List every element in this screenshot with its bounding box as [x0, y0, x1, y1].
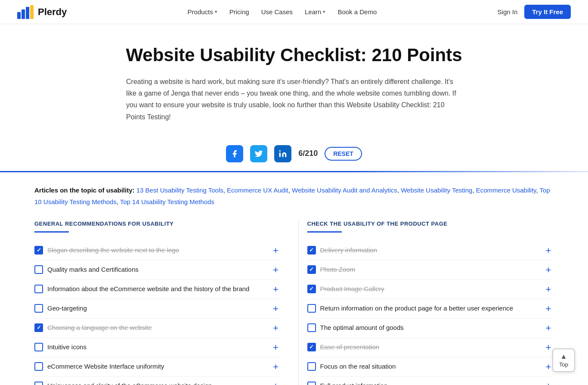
nav-pricing[interactable]: Pricing	[229, 8, 249, 16]
item-text-0: Slogan describing the website next to th…	[47, 245, 179, 255]
item-text-1: Quality marks and Certifications	[47, 265, 139, 275]
checkbox-3[interactable]	[307, 304, 316, 313]
try-free-button[interactable]: Try It Free	[524, 5, 571, 19]
checkbox-5[interactable]	[34, 343, 43, 351]
checklist-item-5: Intuitive icons+	[34, 338, 281, 357]
item-text-7: Full product information	[320, 381, 388, 385]
svg-rect-0	[17, 12, 21, 19]
checklist-item-4: The optimal amount of goods+	[307, 319, 554, 338]
checklist-item-7: Full product information+	[307, 377, 554, 385]
share-bar: 6/210 RESET	[0, 133, 588, 171]
item-text-3: Return information on the product page f…	[320, 304, 514, 314]
item-text-5: Ease of presentation	[320, 342, 380, 352]
nav-products[interactable]: Products ▾	[188, 8, 217, 16]
checkbox-2[interactable]	[34, 285, 43, 293]
checklist-item-3: Return information on the product page f…	[307, 299, 554, 319]
expand-button-7[interactable]: +	[271, 381, 281, 385]
articles-label: Articles on the topic of usability:	[34, 186, 135, 194]
expand-button-2[interactable]: +	[543, 284, 554, 295]
article-link-0[interactable]: 13 Best Usability Testing Tools	[136, 186, 223, 194]
checkbox-6[interactable]	[34, 362, 43, 371]
hero-description: Creating a website is hard work, but mak…	[126, 76, 462, 123]
checklist-item-2: Product Image Gallery+	[307, 280, 554, 299]
article-link-2[interactable]: Website Usability Audit and Analytics	[292, 186, 397, 194]
nav-links: Products ▾ Pricing Use Cases Learn ▾ Boo…	[188, 8, 377, 16]
svg-rect-1	[22, 9, 25, 19]
expand-button-1[interactable]: +	[271, 265, 281, 275]
item-text-4: The optimal amount of goods	[320, 323, 404, 333]
right-col-underline	[307, 231, 342, 233]
progress-counter: 6/210	[298, 149, 318, 158]
svg-rect-3	[30, 5, 34, 19]
checkbox-0[interactable]	[34, 246, 43, 255]
expand-button-4[interactable]: +	[271, 323, 281, 333]
back-to-top-button[interactable]: ▲ Top	[552, 348, 575, 372]
hero-section: Website Usability Checklist: 210 Points …	[0, 24, 588, 133]
svg-rect-2	[26, 7, 29, 19]
item-text-5: Intuitive icons	[47, 342, 87, 352]
nav-learn[interactable]: Learn ▾	[305, 8, 325, 16]
nav-right: Sign In Try It Free	[498, 5, 571, 19]
checkbox-1[interactable]	[307, 265, 316, 274]
checkbox-4[interactable]	[307, 323, 316, 332]
item-text-6: Focus on the real situation	[320, 362, 396, 372]
item-text-1: Photo Zoom	[320, 265, 356, 275]
checkbox-1[interactable]	[34, 265, 43, 274]
item-text-7: Uniqueness and clarity of the eCommerce …	[47, 381, 212, 385]
expand-button-1[interactable]: +	[543, 265, 554, 275]
articles-section: Articles on the topic of usability: 13 B…	[0, 172, 588, 212]
checklist-item-6: Focus on the real situation+	[307, 357, 554, 377]
article-link-3[interactable]: Website Usability Testing	[401, 186, 472, 194]
right-col-title: CHECK THE USABILITY OF THE PRODUCT PAGE	[307, 220, 554, 227]
learn-chevron: ▾	[323, 9, 325, 15]
checkbox-4[interactable]	[34, 323, 43, 332]
svg-point-4	[279, 150, 281, 151]
checkbox-7[interactable]	[34, 382, 43, 385]
twitter-share-button[interactable]	[250, 145, 267, 162]
item-text-0: Delivery information	[320, 245, 378, 255]
checklist-item-3: Geo-targeting+	[34, 299, 281, 319]
checklist-item-2: Information about the eCommerce website …	[34, 280, 281, 299]
item-text-2: Product Image Gallery	[320, 284, 384, 294]
article-link-6[interactable]: Top 14 Usability Testing Methods	[120, 198, 214, 205]
expand-button-0[interactable]: +	[543, 245, 554, 256]
item-text-3: Geo-targeting	[47, 304, 87, 314]
top-arrow-icon: ▲	[560, 353, 567, 360]
checklist-item-5: Ease of presentation+	[307, 338, 554, 357]
sign-in-button[interactable]: Sign In	[498, 8, 518, 16]
nav-use-cases[interactable]: Use Cases	[261, 8, 293, 16]
expand-button-4[interactable]: +	[543, 323, 554, 333]
checkbox-6[interactable]	[307, 362, 316, 371]
linkedin-share-button[interactable]	[274, 145, 291, 162]
expand-button-3[interactable]: +	[271, 304, 281, 314]
checkbox-5[interactable]	[307, 343, 316, 351]
expand-button-7[interactable]: +	[543, 381, 554, 385]
top-label: Top	[559, 361, 568, 368]
left-col-title: GENERAL RECOMMENDATIONS FOR USABILITY	[34, 220, 281, 227]
checklist-item-0: Delivery information+	[307, 241, 554, 261]
checkbox-2[interactable]	[307, 285, 316, 293]
reset-button[interactable]: RESET	[325, 147, 362, 161]
expand-button-2[interactable]: +	[271, 284, 281, 295]
expand-button-5[interactable]: +	[271, 342, 281, 353]
expand-button-6[interactable]: +	[271, 362, 281, 372]
article-link-1[interactable]: Ecommerce UX Audit	[227, 186, 288, 194]
nav-book-demo[interactable]: Book a Demo	[337, 8, 377, 16]
item-text-2: Information about the eCommerce website …	[47, 284, 249, 294]
navbar: Plerdy Products ▾ Pricing Use Cases Lear…	[0, 0, 588, 24]
item-text-6: eCommerce Website Interface uniformity	[47, 362, 164, 372]
facebook-share-button[interactable]	[226, 145, 243, 162]
checkbox-3[interactable]	[34, 304, 43, 313]
checkbox-7[interactable]	[307, 382, 316, 385]
expand-button-3[interactable]: +	[543, 304, 554, 314]
logo[interactable]: Plerdy	[17, 5, 67, 19]
left-checklist-col: GENERAL RECOMMENDATIONS FOR USABILITY Sl…	[34, 220, 298, 385]
right-checklist-col: CHECK THE USABILITY OF THE PRODUCT PAGE …	[298, 220, 554, 385]
article-link-4[interactable]: Ecommerce Usability	[476, 186, 536, 194]
checklist-item-0: Slogan describing the website next to th…	[34, 241, 281, 261]
expand-button-0[interactable]: +	[271, 245, 281, 256]
products-chevron: ▾	[215, 9, 217, 15]
checkbox-0[interactable]	[307, 246, 316, 255]
logo-text: Plerdy	[38, 6, 67, 18]
checklist-item-7: Uniqueness and clarity of the eCommerce …	[34, 377, 281, 385]
